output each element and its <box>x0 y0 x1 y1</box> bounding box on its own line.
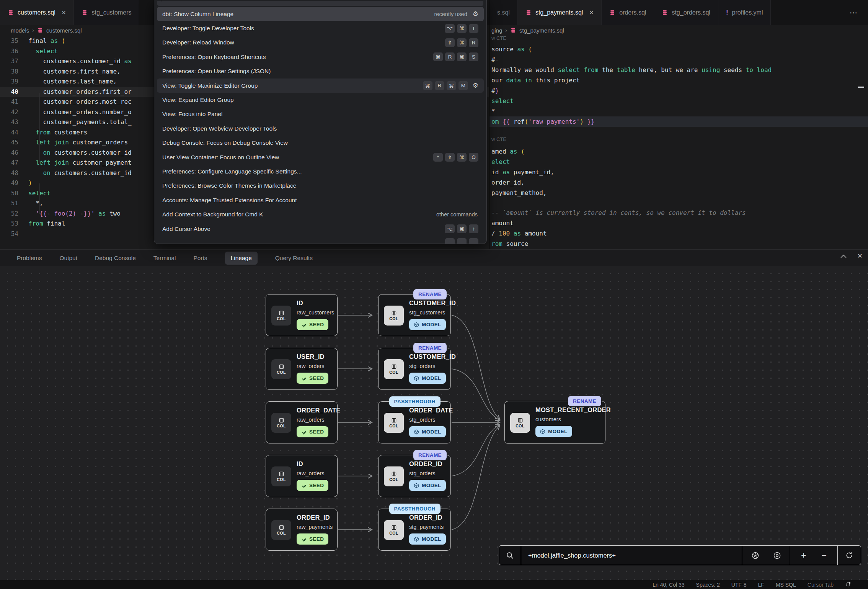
palette-item[interactable]: Accounts: Manage Trusted Extensions For … <box>157 193 484 207</box>
panel-tab-output[interactable]: Output <box>59 255 77 262</box>
eye-target-icon[interactable] <box>773 551 782 560</box>
line-number: 37 <box>0 56 28 67</box>
code-line[interactable]: our data in this project <box>491 75 580 85</box>
line-number: 45 <box>0 137 28 148</box>
lineage-node-stg_orders-customer_id[interactable]: COLCUSTOMER_IDstg_ordersMODELRENAME <box>378 348 451 390</box>
lineage-node-stg_customers-customer_id[interactable]: COLCUSTOMER_IDstg_customersMODELRENAME <box>378 294 451 336</box>
panel-tab-problems[interactable]: Problems <box>17 255 42 262</box>
tab-stg_customers[interactable]: stg_customers <box>74 0 139 25</box>
palette-item[interactable]: Add Context to Background for Cmd Kother… <box>157 207 484 221</box>
node-subtitle: stg_customers <box>409 309 445 316</box>
model-badge: MODEL <box>535 426 572 437</box>
palette-item[interactable]: Developer: Toggle Developer Tools⌥⌘I <box>157 21 484 35</box>
code-editor-stg-payments[interactable]: w CTEsource as (#-Normally we would sele… <box>489 0 868 249</box>
keybinding-keycap: ↑ <box>469 224 478 233</box>
code-line[interactable]: elect <box>491 157 510 167</box>
command-palette-input[interactable]: > <box>157 1 483 6</box>
code-line[interactable]: amount <box>491 218 514 228</box>
status-item-ln-40-col-33[interactable]: Ln 40, Col 33 <box>653 582 684 588</box>
lineage-node-customers-most_recent_order[interactable]: COLMOST_RECENT_ORDERcustomersMODELRENAME <box>504 401 605 444</box>
line-number: 49 <box>0 178 28 188</box>
bell-icon[interactable] <box>845 582 851 588</box>
code-line[interactable]: #- <box>491 54 499 65</box>
zoom-in-button[interactable]: + <box>801 550 806 561</box>
lineage-node-raw_payments-order_id[interactable]: COLORDER_IDraw_paymentsSEED <box>266 509 338 551</box>
refresh-button[interactable] <box>838 546 861 565</box>
lineage-node-stg_orders-order_date[interactable]: COLORDER_DATEstg_ordersMODELPASSTHROUGH <box>378 401 451 443</box>
palette-item[interactable]: View: Toggle Maximize Editor Group⌘R⌘M⚙ <box>157 79 484 93</box>
column-icon: COL <box>271 359 291 379</box>
lineage-canvas[interactable]: COLIDraw_customersSEEDCOLCUSTOMER_IDstg_… <box>0 266 868 581</box>
gear-icon[interactable]: ⚙ <box>473 10 478 18</box>
palette-item[interactable]: Preferences: Configure Language Specific… <box>157 164 484 178</box>
keybinding-keycap: ⌘ <box>457 38 467 47</box>
code-line[interactable]: id as payment_id, <box>491 167 554 177</box>
inline-hint[interactable]: w CTE <box>491 136 506 142</box>
status-item-spaces-2[interactable]: Spaces: 2 <box>696 582 720 588</box>
gear-icon[interactable]: ⚙ <box>473 82 478 90</box>
palette-item[interactable]: Add Cursor Above⌥⌘↑ <box>157 222 484 236</box>
lineage-node-stg_orders-order_id[interactable]: COLORDER_IDstg_ordersMODELRENAME <box>378 455 451 497</box>
lineage-node-raw_customers-id[interactable]: COLIDraw_customersSEED <box>266 294 338 336</box>
panel-tab-query-results[interactable]: Query Results <box>275 255 313 262</box>
palette-item[interactable]: dbt: Show Column Lineagerecently used⚙ <box>157 7 484 21</box>
aperture-icon[interactable] <box>751 551 760 560</box>
tab-close-icon[interactable]: ✕ <box>62 10 66 16</box>
panel-tab-debug-console[interactable]: Debug Console <box>95 255 136 262</box>
zoom-out-button[interactable]: − <box>822 550 827 561</box>
lineage-search-input[interactable] <box>521 552 742 559</box>
keybinding-keycap: ⌘ <box>457 24 467 33</box>
code-line[interactable]: -- `amount` is currently stored in cents… <box>491 208 746 218</box>
column-icon: COL <box>384 359 404 379</box>
panel-collapse-icon[interactable] <box>840 254 847 258</box>
code-line[interactable]: amed as ( <box>491 146 525 157</box>
lineage-node-raw_orders-order_date[interactable]: COLORDER_DATEraw_ordersSEED <box>266 401 338 443</box>
palette-item[interactable]: User View Container: Focus on Outline Vi… <box>157 150 484 164</box>
code-line[interactable]: order_id, <box>491 177 525 188</box>
lineage-node-raw_orders-id[interactable]: COLIDraw_ordersSEED <box>266 455 338 497</box>
node-title: ORDER_DATE <box>297 407 340 414</box>
palette-item[interactable]: Developer: Reload Window⇧⌘R <box>157 36 484 50</box>
code-line[interactable]: om {{ ref('raw_payments') }} <box>491 116 595 127</box>
palette-item[interactable]: Preferences: Browse Color Themes in Mark… <box>157 179 484 193</box>
status-item-lf[interactable]: LF <box>758 582 764 588</box>
lineage-node-raw_orders-user_id[interactable]: COLUSER_IDraw_ordersSEED <box>266 348 338 390</box>
status-item-utf-8[interactable]: UTF-8 <box>731 582 747 588</box>
panel-close-icon[interactable]: ✕ <box>857 252 863 260</box>
node-title: CUSTOMER_ID <box>409 353 456 360</box>
keybinding-keycap: ⌘ <box>457 153 467 162</box>
code-line[interactable]: source as ( <box>491 44 532 54</box>
code-line[interactable]: #} <box>491 85 499 96</box>
panel-tab-terminal[interactable]: Terminal <box>153 255 176 262</box>
panel-tab-lineage[interactable]: Lineage <box>225 252 258 265</box>
lineage-node-stg_payments-order_id[interactable]: COLORDER_IDstg_paymentsMODELPASSTHROUGH <box>378 509 451 551</box>
seed-badge: SEED <box>297 480 328 491</box>
code-line[interactable]: Normally we would select from the table … <box>491 65 772 75</box>
palette-item[interactable]: Debug Console: Focus on Debug Console Vi… <box>157 136 484 150</box>
overview-ruler-marker <box>858 87 864 88</box>
breadcrumb-file[interactable]: customers.sql <box>46 27 82 34</box>
palette-item[interactable]: Preferences: Open User Settings (JSON) <box>157 64 484 79</box>
inline-hint[interactable]: w CTE <box>491 35 506 41</box>
column-icon: COL <box>384 466 404 486</box>
code-line[interactable]: / 100 as amount <box>491 228 547 239</box>
status-item-ms-sql[interactable]: MS SQL <box>776 582 796 588</box>
seedling-icon <box>301 376 307 381</box>
column-icon: COL <box>510 413 530 433</box>
code-line[interactable]: select <box>491 96 514 106</box>
palette-item[interactable]: View: Expand Editor Group <box>157 93 484 107</box>
node-title: ORDER_ID <box>297 514 330 521</box>
tab-customers.sql[interactable]: customers.sql✕ <box>0 0 74 25</box>
palette-item[interactable]: Preferences: Open Keyboard Shortcuts⌘R⌘S <box>157 50 484 64</box>
palette-item[interactable]: Developer: Open Webview Developer Tools <box>157 121 484 136</box>
breadcrumb[interactable]: models › customers.sql <box>11 25 82 35</box>
code-line[interactable]: * <box>491 106 495 116</box>
column-icon: COL <box>384 413 404 433</box>
code-line[interactable]: rom source <box>491 239 528 249</box>
node-title: USER_ID <box>297 353 325 360</box>
palette-item[interactable]: View: Focus into Panel <box>157 107 484 121</box>
panel-tab-ports[interactable]: Ports <box>193 255 207 262</box>
breadcrumb-folder[interactable]: models <box>11 27 29 34</box>
status-item-cursor-tab[interactable]: Cursor Tab <box>808 582 834 588</box>
code-line[interactable]: payment_method, <box>491 188 547 198</box>
